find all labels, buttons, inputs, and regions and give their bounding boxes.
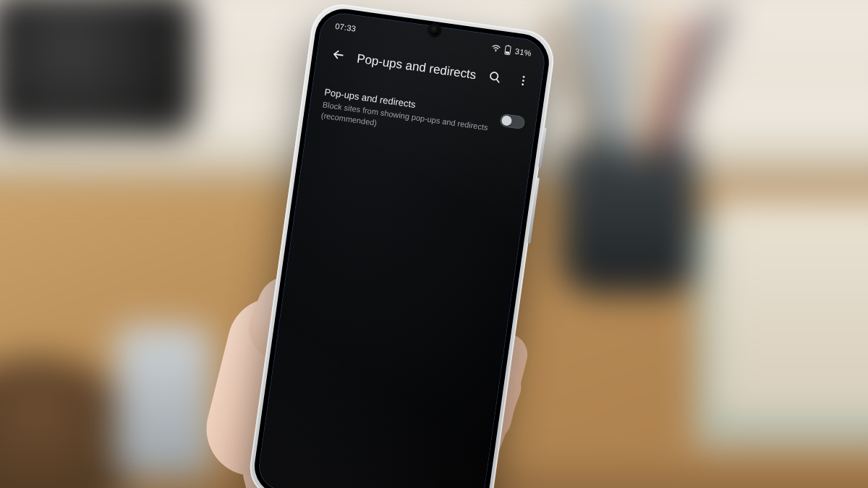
svg-rect-3 bbox=[506, 51, 509, 54]
battery-icon bbox=[503, 45, 512, 56]
overflow-menu-button[interactable] bbox=[507, 66, 540, 98]
wifi-icon bbox=[491, 44, 501, 53]
svg-point-0 bbox=[495, 51, 496, 52]
svg-point-7 bbox=[522, 83, 524, 85]
svg-point-6 bbox=[522, 80, 524, 82]
arrow-back-icon bbox=[330, 46, 346, 66]
search-icon bbox=[487, 69, 503, 87]
page-title: Pop-ups and redirects bbox=[356, 51, 477, 82]
more-vert-icon bbox=[516, 73, 531, 90]
scene-photo-backdrop: 07:33 31% Pop-ups a bbox=[0, 0, 868, 488]
svg-point-5 bbox=[523, 76, 525, 78]
back-button[interactable] bbox=[322, 40, 354, 72]
search-button[interactable] bbox=[478, 61, 511, 94]
setting-toggle[interactable] bbox=[499, 114, 525, 130]
status-clock: 07:33 bbox=[335, 22, 357, 33]
status-battery-text: 31% bbox=[514, 47, 532, 58]
